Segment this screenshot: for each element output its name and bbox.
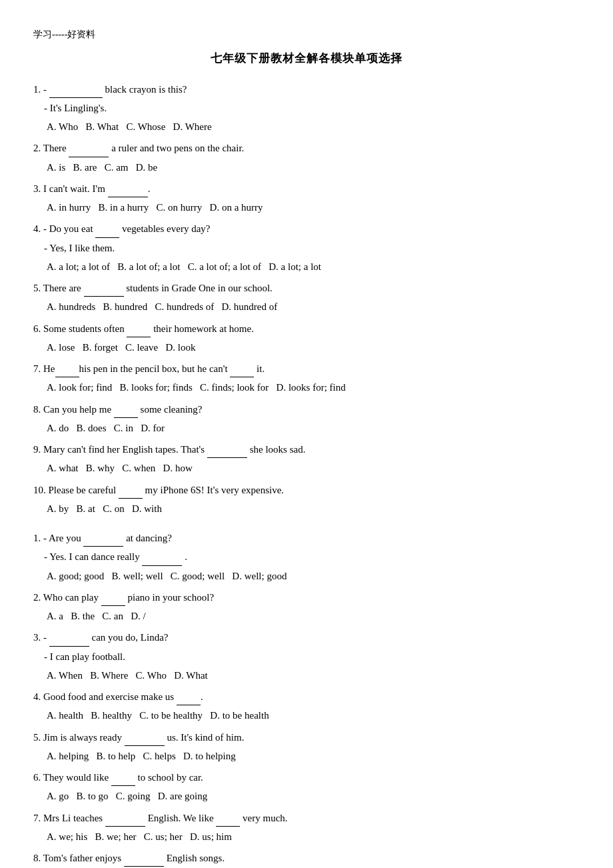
s2-question-8: 8. Tom's father enjoys English songs. A.…: [33, 849, 580, 868]
s2-question-3: 3. - can you do, Linda? - I can play foo…: [33, 629, 580, 684]
question-5: 5. There are students in Grade One in ou…: [33, 279, 580, 316]
s2-question-5: 5. Jim is always ready us. It's kind of …: [33, 729, 580, 765]
question-6: 6. Some students often their homework at…: [33, 320, 580, 357]
question-1: 1. - black crayon is this? - It's Lingli…: [33, 81, 580, 136]
question-4: 4. - Do you eat vegetables every day? - …: [33, 220, 580, 275]
s2-question-4: 4. Good food and exercise make us . A. h…: [33, 688, 580, 725]
question-7: 7. Hehis pen in the pencil box, but he c…: [33, 360, 580, 397]
question-9: 9. Mary can't find her English tapes. Th…: [33, 441, 580, 477]
question-3: 3. I can't wait. I'm . A. in hurry B. in…: [33, 180, 580, 217]
section-1: 1. - black crayon is this? - It's Lingli…: [33, 81, 580, 518]
s2-question-7: 7. Mrs Li teaches English. We like very …: [33, 809, 580, 846]
s2-question-1: 1. - Are you at dancing? - Yes. I can da…: [33, 529, 580, 585]
question-10: 10. Please be careful my iPhone 6S! It's…: [33, 481, 580, 518]
s2-question-2: 2. Who can play piano in your school? A.…: [33, 589, 580, 625]
s2-question-6: 6. They would like to school by car. A. …: [33, 769, 580, 805]
watermark-top: 学习-----好资料: [33, 27, 580, 43]
question-8: 8. Can you help me some cleaning? A. do …: [33, 401, 580, 437]
page-title: 七年级下册教材全解各模块单项选择: [33, 49, 580, 69]
question-2: 2. There a ruler and two pens on the cha…: [33, 139, 580, 176]
section-2: 1. - Are you at dancing? - Yes. I can da…: [33, 529, 580, 868]
